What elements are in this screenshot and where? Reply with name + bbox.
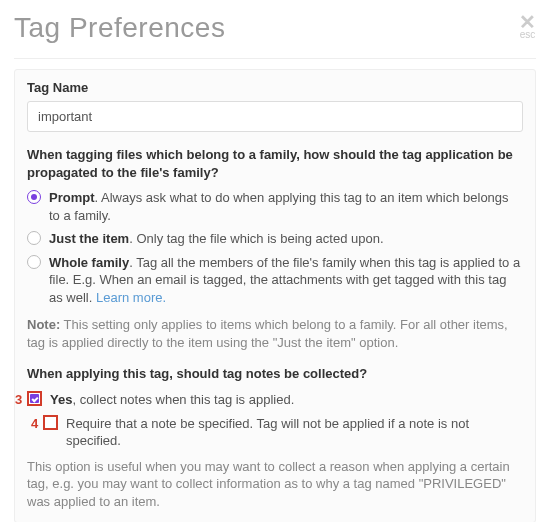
- checkbox-collect-notes[interactable]: 3 Yes, collect notes when this tag is ap…: [27, 391, 523, 409]
- radio-prompt[interactable]: Prompt. Always ask what to do when apply…: [27, 189, 523, 224]
- divider: [14, 58, 536, 59]
- propagation-note: Note: This setting only applies to items…: [27, 316, 523, 351]
- notes-question: When applying this tag, should tag notes…: [27, 365, 523, 383]
- annotation-4: 4: [31, 415, 38, 433]
- checkbox-icon: [43, 415, 58, 430]
- radio-icon: [27, 231, 41, 245]
- tag-name-label: Tag Name: [27, 80, 523, 95]
- dialog-title: Tag Preferences: [14, 12, 519, 44]
- radio-icon: [27, 190, 41, 204]
- radio-just-the-item[interactable]: Just the item. Only tag the file which i…: [27, 230, 523, 248]
- tag-preferences-dialog: Tag Preferences ✕ esc Tag Name When tagg…: [0, 0, 550, 522]
- close-button[interactable]: ✕ esc: [519, 12, 536, 40]
- form-panel: Tag Name When tagging files which belong…: [14, 69, 536, 522]
- learn-more-link[interactable]: Learn more.: [96, 290, 166, 305]
- tag-name-input[interactable]: [27, 101, 523, 132]
- esc-label: esc: [519, 30, 536, 40]
- notes-help-text: This option is useful when you may want …: [27, 458, 523, 511]
- annotation-3: 3: [15, 391, 22, 409]
- radio-icon: [27, 255, 41, 269]
- checkbox-icon: [27, 391, 42, 406]
- checkbox-require-note[interactable]: 4 Require that a note be specified. Tag …: [43, 415, 523, 450]
- radio-whole-family[interactable]: Whole family. Tag all the members of the…: [27, 254, 523, 307]
- propagation-question: When tagging files which belong to a fam…: [27, 146, 523, 181]
